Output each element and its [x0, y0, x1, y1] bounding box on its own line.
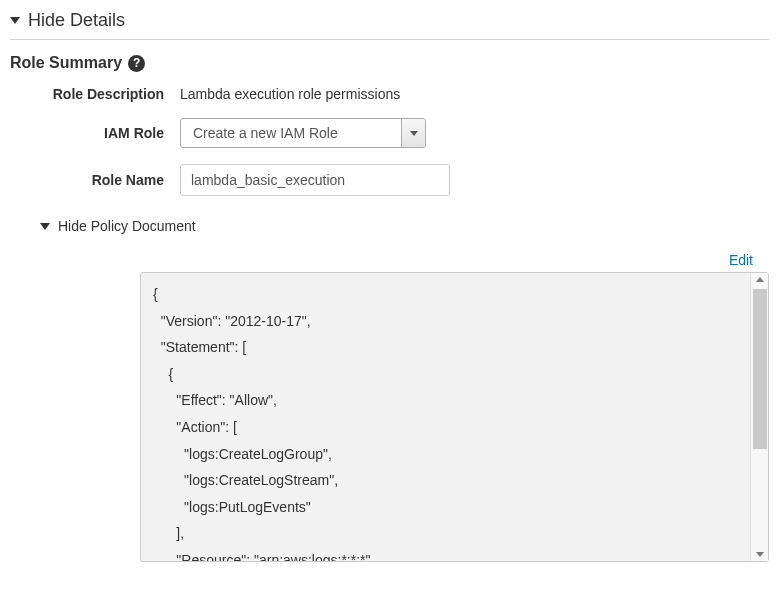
iam-role-select[interactable]: Create a new IAM Role [180, 118, 426, 148]
role-description-label: Role Description [10, 86, 180, 102]
edit-link[interactable]: Edit [729, 252, 753, 268]
hide-details-toggle[interactable]: Hide Details [10, 6, 769, 40]
role-description-value: Lambda execution role permissions [180, 86, 769, 102]
role-summary-title: Role Summary [10, 54, 122, 72]
iam-role-row: IAM Role Create a new IAM Role [10, 118, 769, 148]
scroll-down-icon[interactable] [756, 552, 764, 557]
caret-down-icon [10, 17, 20, 24]
caret-down-icon [40, 223, 50, 230]
scrollbar[interactable] [750, 273, 768, 561]
policy-document-code[interactable]: { "Version": "2012-10-17", "Statement": … [140, 272, 769, 562]
role-name-label: Role Name [10, 172, 180, 188]
policy-document-container: { "Version": "2012-10-17", "Statement": … [140, 272, 769, 562]
role-description-row: Role Description Lambda execution role p… [10, 86, 769, 102]
chevron-down-icon [410, 131, 418, 136]
policy-toggle-label: Hide Policy Document [58, 218, 196, 234]
iam-role-label: IAM Role [10, 125, 180, 141]
help-icon[interactable]: ? [128, 55, 145, 72]
role-name-row: Role Name [10, 164, 769, 196]
iam-role-selected: Create a new IAM Role [181, 119, 401, 147]
edit-row: Edit [10, 252, 769, 268]
section-title: Hide Details [28, 10, 125, 31]
role-name-input[interactable] [180, 164, 450, 196]
role-summary-header: Role Summary ? [10, 54, 769, 72]
scroll-thumb[interactable] [753, 289, 767, 449]
hide-policy-toggle[interactable]: Hide Policy Document [40, 218, 196, 234]
scroll-up-icon[interactable] [756, 277, 764, 282]
select-dropdown-button[interactable] [401, 119, 425, 147]
